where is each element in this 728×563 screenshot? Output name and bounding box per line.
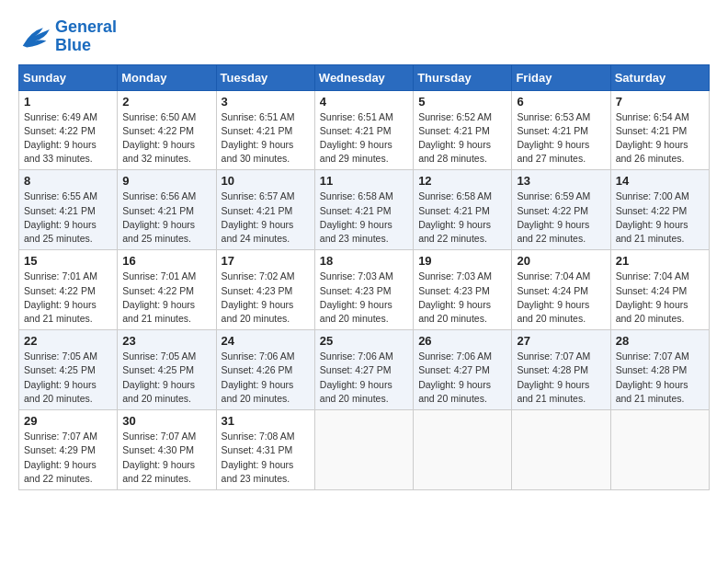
day-info: Sunrise: 7:08 AMSunset: 4:31 PMDaylight:… [222, 430, 310, 486]
weekday-header: Wednesday [314, 64, 413, 90]
day-info: Sunrise: 7:05 AMSunset: 4:25 PMDaylight:… [24, 350, 112, 406]
day-info: Sunrise: 7:05 AMSunset: 4:25 PMDaylight:… [122, 350, 210, 406]
weekday-header: Monday [118, 64, 216, 90]
day-info: Sunrise: 7:06 AMSunset: 4:27 PMDaylight:… [320, 350, 408, 406]
calendar-day-cell: 19Sunrise: 7:03 AMSunset: 4:23 PMDayligh… [414, 250, 512, 330]
day-number: 3 [222, 95, 310, 109]
logo-text-line1: General [55, 18, 117, 37]
day-number: 24 [222, 334, 310, 348]
day-number: 6 [517, 95, 605, 109]
day-number: 18 [320, 254, 408, 268]
calendar-day-cell: 9Sunrise: 6:56 AMSunset: 4:21 PMDaylight… [118, 170, 216, 250]
day-number: 31 [222, 414, 310, 428]
calendar-day-cell: 8Sunrise: 6:55 AMSunset: 4:21 PMDaylight… [19, 170, 118, 250]
calendar-day-cell: 31Sunrise: 7:08 AMSunset: 4:31 PMDayligh… [216, 410, 314, 490]
day-info: Sunrise: 7:07 AMSunset: 4:30 PMDaylight:… [122, 430, 210, 486]
calendar-week-row: 1Sunrise: 6:49 AMSunset: 4:22 PMDaylight… [19, 90, 710, 170]
day-info: Sunrise: 7:03 AMSunset: 4:23 PMDaylight:… [320, 270, 408, 326]
day-info: Sunrise: 6:58 AMSunset: 4:21 PMDaylight:… [418, 190, 506, 246]
day-info: Sunrise: 6:59 AMSunset: 4:22 PMDaylight:… [517, 190, 605, 246]
page-header: General Blue [18, 18, 710, 55]
calendar-week-row: 8Sunrise: 6:55 AMSunset: 4:21 PMDaylight… [19, 170, 710, 250]
day-number: 27 [517, 334, 605, 348]
day-number: 17 [222, 254, 310, 268]
calendar-day-cell: 14Sunrise: 7:00 AMSunset: 4:22 PMDayligh… [610, 170, 709, 250]
day-info: Sunrise: 7:01 AMSunset: 4:22 PMDaylight:… [122, 270, 210, 326]
calendar-table: SundayMondayTuesdayWednesdayThursdayFrid… [18, 64, 710, 490]
day-info: Sunrise: 7:07 AMSunset: 4:28 PMDaylight:… [517, 350, 605, 406]
weekday-header: Tuesday [216, 64, 314, 90]
day-number: 29 [24, 414, 112, 428]
day-number: 14 [616, 174, 704, 188]
calendar-day-cell: 5Sunrise: 6:52 AMSunset: 4:21 PMDaylight… [414, 90, 512, 170]
calendar-day-cell: 4Sunrise: 6:51 AMSunset: 4:21 PMDaylight… [314, 90, 413, 170]
calendar-day-cell: 6Sunrise: 6:53 AMSunset: 4:21 PMDaylight… [512, 90, 610, 170]
day-number: 30 [122, 414, 210, 428]
calendar-day-cell: 29Sunrise: 7:07 AMSunset: 4:29 PMDayligh… [19, 410, 118, 490]
day-number: 8 [24, 174, 112, 188]
calendar-day-cell: 7Sunrise: 6:54 AMSunset: 4:21 PMDaylight… [610, 90, 709, 170]
weekday-header: Sunday [19, 64, 118, 90]
weekday-header: Thursday [414, 64, 512, 90]
day-number: 7 [616, 95, 704, 109]
day-number: 28 [616, 334, 704, 348]
day-info: Sunrise: 6:53 AMSunset: 4:21 PMDaylight:… [517, 110, 605, 167]
day-number: 1 [24, 95, 112, 109]
day-number: 2 [122, 95, 210, 109]
day-info: Sunrise: 6:50 AMSunset: 4:22 PMDaylight:… [122, 110, 210, 167]
day-info: Sunrise: 6:52 AMSunset: 4:21 PMDaylight:… [418, 110, 506, 167]
day-info: Sunrise: 7:07 AMSunset: 4:28 PMDaylight:… [616, 350, 704, 406]
calendar-day-cell: 11Sunrise: 6:58 AMSunset: 4:21 PMDayligh… [314, 170, 413, 250]
day-number: 5 [418, 95, 506, 109]
day-number: 4 [320, 95, 408, 109]
logo: General Blue [18, 18, 117, 55]
day-number: 15 [24, 254, 112, 268]
day-number: 23 [122, 334, 210, 348]
calendar-week-row: 15Sunrise: 7:01 AMSunset: 4:22 PMDayligh… [19, 250, 710, 330]
logo-text-line2: Blue [55, 37, 117, 55]
day-number: 26 [418, 334, 506, 348]
calendar-day-cell: 2Sunrise: 6:50 AMSunset: 4:22 PMDaylight… [118, 90, 216, 170]
calendar-day-cell: 21Sunrise: 7:04 AMSunset: 4:24 PMDayligh… [610, 250, 709, 330]
calendar-day-cell: 12Sunrise: 6:58 AMSunset: 4:21 PMDayligh… [414, 170, 512, 250]
calendar-day-cell: 17Sunrise: 7:02 AMSunset: 4:23 PMDayligh… [216, 250, 314, 330]
day-number: 9 [122, 174, 210, 188]
day-number: 10 [222, 174, 310, 188]
day-info: Sunrise: 7:07 AMSunset: 4:29 PMDaylight:… [24, 430, 112, 486]
calendar-day-cell [610, 410, 709, 490]
calendar-day-cell: 26Sunrise: 7:06 AMSunset: 4:27 PMDayligh… [414, 330, 512, 410]
day-number: 19 [418, 254, 506, 268]
calendar-day-cell: 28Sunrise: 7:07 AMSunset: 4:28 PMDayligh… [610, 330, 709, 410]
day-number: 20 [517, 254, 605, 268]
logo-icon [18, 23, 51, 51]
calendar-day-cell: 22Sunrise: 7:05 AMSunset: 4:25 PMDayligh… [19, 330, 118, 410]
day-info: Sunrise: 7:04 AMSunset: 4:24 PMDaylight:… [517, 270, 605, 326]
day-info: Sunrise: 6:58 AMSunset: 4:21 PMDaylight:… [320, 190, 408, 246]
calendar-day-cell: 1Sunrise: 6:49 AMSunset: 4:22 PMDaylight… [19, 90, 118, 170]
calendar-header-row: SundayMondayTuesdayWednesdayThursdayFrid… [19, 64, 710, 90]
day-info: Sunrise: 7:04 AMSunset: 4:24 PMDaylight:… [616, 270, 704, 326]
day-number: 13 [517, 174, 605, 188]
calendar-day-cell: 15Sunrise: 7:01 AMSunset: 4:22 PMDayligh… [19, 250, 118, 330]
day-info: Sunrise: 6:51 AMSunset: 4:21 PMDaylight:… [320, 110, 408, 167]
calendar-day-cell [314, 410, 413, 490]
day-info: Sunrise: 7:01 AMSunset: 4:22 PMDaylight:… [24, 270, 112, 326]
day-info: Sunrise: 6:51 AMSunset: 4:21 PMDaylight:… [222, 110, 310, 167]
calendar-day-cell: 20Sunrise: 7:04 AMSunset: 4:24 PMDayligh… [512, 250, 610, 330]
day-number: 16 [122, 254, 210, 268]
calendar-day-cell: 18Sunrise: 7:03 AMSunset: 4:23 PMDayligh… [314, 250, 413, 330]
day-info: Sunrise: 6:57 AMSunset: 4:21 PMDaylight:… [222, 190, 310, 246]
calendar-week-row: 29Sunrise: 7:07 AMSunset: 4:29 PMDayligh… [19, 410, 710, 490]
day-info: Sunrise: 7:03 AMSunset: 4:23 PMDaylight:… [418, 270, 506, 326]
day-info: Sunrise: 7:02 AMSunset: 4:23 PMDaylight:… [222, 270, 310, 326]
calendar-day-cell: 25Sunrise: 7:06 AMSunset: 4:27 PMDayligh… [314, 330, 413, 410]
day-info: Sunrise: 6:55 AMSunset: 4:21 PMDaylight:… [24, 190, 112, 246]
calendar-day-cell [512, 410, 610, 490]
day-info: Sunrise: 7:06 AMSunset: 4:27 PMDaylight:… [418, 350, 506, 406]
weekday-header: Friday [512, 64, 610, 90]
day-number: 22 [24, 334, 112, 348]
calendar-week-row: 22Sunrise: 7:05 AMSunset: 4:25 PMDayligh… [19, 330, 710, 410]
weekday-header: Saturday [610, 64, 709, 90]
calendar-day-cell: 3Sunrise: 6:51 AMSunset: 4:21 PMDaylight… [216, 90, 314, 170]
calendar-day-cell: 24Sunrise: 7:06 AMSunset: 4:26 PMDayligh… [216, 330, 314, 410]
